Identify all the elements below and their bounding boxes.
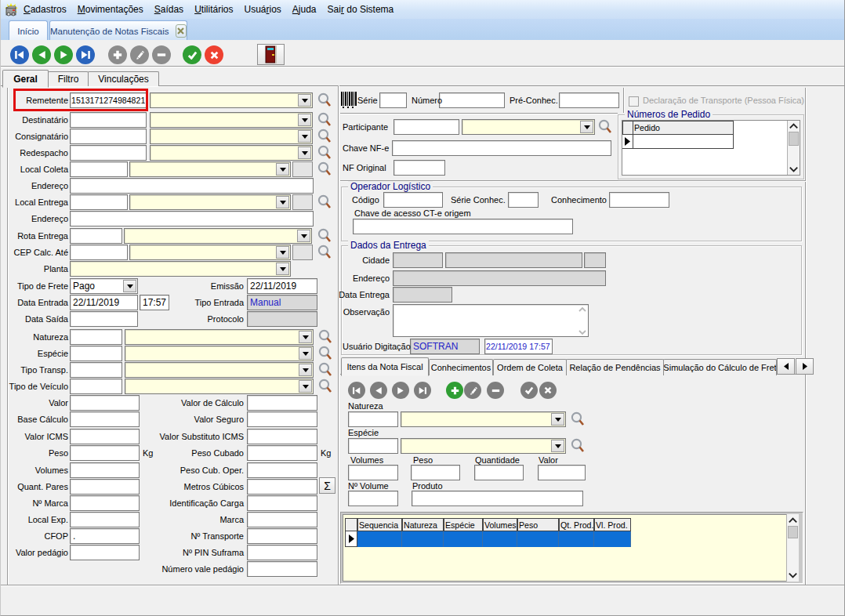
natureza-search-icon[interactable] — [318, 329, 332, 344]
dropdown-arrow-icon[interactable] — [276, 196, 289, 208]
itens-n-volume-input[interactable] — [348, 491, 398, 506]
destinatario-combo[interactable] — [150, 112, 313, 128]
itens-insert-button[interactable] — [446, 382, 463, 399]
chave-cte-input[interactable] — [353, 219, 573, 234]
declaracao-checkbox[interactable] — [629, 96, 639, 107]
local-coleta-search-icon[interactable] — [317, 161, 332, 176]
volumes-input[interactable] — [70, 462, 140, 478]
dropdown-arrow-icon[interactable] — [551, 440, 564, 452]
destinatario-search-icon[interactable] — [317, 112, 332, 127]
itens-grid-header-qt-prod[interactable]: Qt. Prod. — [559, 518, 594, 531]
itens-tabs-scroll-right-button[interactable] — [796, 358, 814, 375]
especie-search-icon[interactable] — [318, 346, 332, 361]
menu-saidas[interactable]: Saídas — [149, 1, 189, 18]
dropdown-arrow-icon[interactable] — [276, 163, 289, 176]
menu-cadastros[interactable]: Cadastros — [18, 1, 72, 18]
dropdown-arrow-icon[interactable] — [551, 413, 564, 426]
menu-ajuda[interactable]: Ajuda — [287, 1, 322, 18]
peso-input[interactable] — [70, 445, 140, 461]
redespacho-input[interactable] — [70, 145, 147, 161]
observacao-scroll-down-icon[interactable] — [578, 329, 587, 335]
redespacho-combo[interactable] — [150, 145, 313, 161]
valor-input[interactable] — [70, 395, 140, 411]
cancel-record-button[interactable] — [205, 45, 223, 64]
dropdown-arrow-icon[interactable] — [123, 280, 136, 292]
peso-cub-oper-input[interactable] — [247, 462, 317, 478]
itens-especie-input[interactable] — [348, 438, 398, 454]
quant-pares-input[interactable] — [70, 479, 140, 495]
cep-calc-ate-combo[interactable] — [129, 245, 291, 260]
natureza-combo[interactable] — [125, 329, 314, 345]
base-calculo-input[interactable] — [70, 411, 140, 427]
itens-delete-button[interactable] — [487, 382, 504, 399]
itens-grid-selected-row[interactable] — [357, 531, 631, 547]
nf-original-input[interactable] — [393, 160, 445, 176]
endereco-entrega-input[interactable] — [70, 211, 314, 226]
emissao-input[interactable] — [247, 278, 317, 294]
scroll-up-icon[interactable] — [788, 123, 800, 129]
local-entrega-combo[interactable] — [129, 194, 291, 210]
dropdown-arrow-icon[interactable] — [276, 263, 289, 275]
dropdown-arrow-icon[interactable] — [298, 94, 311, 107]
local-entrega-input[interactable] — [70, 194, 128, 210]
itens-grid-header-natureza[interactable]: Natureza — [402, 518, 444, 531]
chave-nfe-input[interactable] — [392, 140, 611, 156]
dropdown-arrow-icon[interactable] — [299, 347, 312, 360]
tab-simulacao-calculo-frete[interactable]: Simulação do Cálculo de Fret — [663, 359, 777, 375]
scroll-down-icon[interactable] — [788, 166, 800, 172]
rota-entrega-combo[interactable] — [124, 228, 312, 244]
observacao-scroll-up-icon[interactable] — [578, 306, 587, 313]
itens-natureza-search-icon[interactable] — [571, 411, 585, 426]
numero-input[interactable] — [439, 92, 505, 108]
itens-grid-header-especie[interactable]: Espécie — [444, 518, 483, 531]
rota-entrega-input[interactable] — [70, 228, 122, 244]
dropdown-arrow-icon[interactable] — [299, 380, 312, 393]
itens-nav-first-button[interactable] — [348, 382, 365, 399]
tab-geral[interactable]: Geral — [2, 70, 49, 88]
valor-de-calculo-input[interactable] — [247, 395, 317, 411]
tipo-de-veiculo-search-icon[interactable] — [318, 379, 332, 393]
valor-pedagio-input[interactable] — [70, 545, 140, 560]
local-exp-input[interactable] — [70, 512, 140, 527]
participante-input[interactable] — [393, 119, 459, 135]
itens-nav-last-button[interactable] — [414, 382, 431, 399]
itens-grid-header-peso[interactable]: Peso — [517, 518, 559, 531]
scroll-down-icon[interactable] — [787, 572, 799, 578]
pre-conhec-input[interactable] — [559, 92, 619, 108]
local-coleta-combo[interactable] — [129, 161, 291, 177]
consignatario-combo[interactable] — [150, 129, 313, 144]
itens-cancel-button[interactable] — [539, 382, 557, 399]
n-marca-input[interactable] — [70, 495, 140, 511]
nav-prior-button[interactable] — [32, 45, 51, 64]
nav-next-button[interactable] — [54, 45, 73, 64]
codigo-input[interactable] — [383, 192, 443, 208]
itens-grid-header-volumes[interactable]: Volumes — [483, 518, 517, 531]
tab-ordem-de-coleta[interactable]: Ordem de Coleta — [493, 359, 567, 375]
itens-volumes-input[interactable] — [348, 465, 398, 480]
serie-input[interactable] — [379, 92, 407, 108]
dropdown-arrow-icon[interactable] — [299, 364, 312, 376]
itens-quantidade-input[interactable] — [474, 465, 524, 480]
itens-grid-scrollbar[interactable] — [786, 514, 799, 582]
tipo-transp-input[interactable] — [70, 362, 122, 378]
dropdown-arrow-icon[interactable] — [298, 147, 311, 159]
itens-tabs-scroll-left-button[interactable] — [777, 358, 795, 375]
itens-nav-next-button[interactable] — [392, 382, 409, 399]
tipo-de-veiculo-combo[interactable] — [125, 379, 314, 394]
itens-especie-search-icon[interactable] — [571, 438, 585, 453]
itens-nav-prior-button[interactable] — [370, 382, 387, 399]
tab-filtro[interactable]: Filtro — [48, 71, 89, 86]
pedidos-grid-pedido-header[interactable]: Pedido — [633, 121, 734, 135]
itens-natureza-input[interactable] — [348, 411, 398, 427]
numero-vale-pedagio-input[interactable] — [247, 561, 317, 577]
pedidos-scroll-thumb[interactable] — [789, 132, 799, 146]
delete-record-button[interactable] — [152, 45, 171, 64]
itens-post-button[interactable] — [520, 382, 538, 399]
planta-combo[interactable] — [70, 261, 291, 277]
cep-calc-ate-search-icon[interactable] — [317, 245, 332, 259]
consignatario-search-icon[interactable] — [317, 129, 332, 143]
itens-peso-input[interactable] — [411, 465, 460, 480]
marca-input[interactable] — [247, 512, 317, 527]
menu-movimentacoes[interactable]: Movimentações — [72, 1, 149, 18]
post-record-button[interactable] — [183, 45, 201, 64]
